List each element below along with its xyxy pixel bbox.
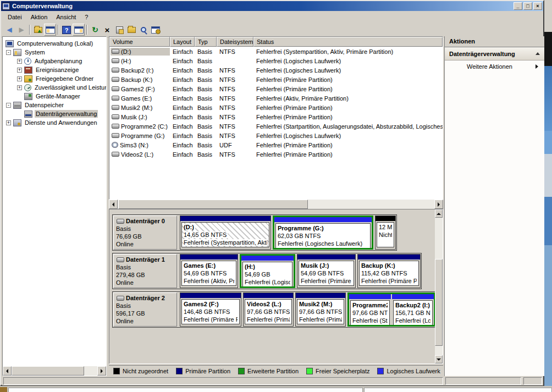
expand-expander-icon[interactable]: + bbox=[17, 59, 22, 64]
extended-partition-border: Programme2 (C:) 97,66 GB NTFS Fehlerfrei… bbox=[347, 292, 435, 327]
manage-button[interactable] bbox=[150, 24, 162, 36]
volume-row[interactable]: (H:) Einfach Basis Fehlerfrei (Logisches… bbox=[109, 56, 443, 65]
partition-d[interactable]: (D:) 14,65 GB NTFS Fehlerfrei (Systempar… bbox=[180, 216, 271, 250]
close-button[interactable]: × bbox=[533, 2, 542, 10]
logical-drive-band bbox=[274, 217, 372, 222]
logical-drive-band bbox=[241, 256, 294, 261]
volume-row[interactable]: Games (E:) Einfach Basis NTFS Fehlerfrei… bbox=[109, 93, 443, 103]
partition-h[interactable]: (H:) 54,69 GB Fehlerfrei (Logisches Lauf… bbox=[241, 256, 294, 286]
partition-i[interactable]: Backup2 (I:) 156,71 GB NTFS Fehlerfrei (… bbox=[392, 294, 434, 325]
volume-row[interactable]: Videos2 (L:) Einfach Basis NTFS Fehlerfr… bbox=[109, 150, 443, 159]
volume-row[interactable]: (D:) Einfach Basis NTFS Fehlerfrei (Syst… bbox=[109, 47, 443, 56]
disk-view-vscrollbar[interactable] bbox=[435, 209, 443, 363]
action-pane-icon bbox=[74, 26, 84, 34]
tree-item-computerverwaltung[interactable]: Computerverwaltung (Lokal) bbox=[4, 39, 106, 48]
open-button[interactable] bbox=[125, 24, 137, 36]
collapse-section-icon[interactable] bbox=[536, 50, 540, 55]
volume-row[interactable]: Sims3 (N:) Einfach Basis UDF Fehlerfrei … bbox=[109, 140, 443, 150]
partition-k[interactable]: Backup (K:) 115,42 GB NTFS Fehlerfrei (P… bbox=[357, 254, 421, 288]
partition-l[interactable]: Videos2 (L:) 97,66 GB NTFS Fehlerfrei (P… bbox=[243, 292, 294, 327]
scroll-up-icon[interactable] bbox=[435, 209, 443, 218]
tree-item-datentraegerverwaltung[interactable]: Datenträgerverwaltung bbox=[4, 109, 106, 118]
menu-aktion[interactable]: Aktion bbox=[26, 12, 52, 22]
column-volume[interactable]: Volume bbox=[109, 37, 170, 47]
drive-icon bbox=[112, 105, 119, 110]
tree-hscrollbar[interactable] bbox=[3, 366, 106, 376]
menu-hilfe[interactable]: ? bbox=[80, 12, 92, 22]
properties-button[interactable] bbox=[113, 24, 125, 36]
scroll-thumb[interactable] bbox=[118, 200, 308, 209]
up-level-button[interactable] bbox=[32, 24, 44, 36]
disk0-label[interactable]: Datenträger 0 Basis 76,69 GB Online bbox=[113, 216, 177, 250]
expand-expander-icon[interactable]: + bbox=[17, 85, 22, 90]
scroll-thumb[interactable] bbox=[435, 259, 443, 346]
tree-item-freigegebene-ordner[interactable]: + Freigegebene Ordner bbox=[4, 74, 106, 83]
tree-item-datenspeicher[interactable]: - Datenspeicher bbox=[4, 101, 106, 109]
volume-row[interactable]: Musik2 (M:) Einfach Basis NTFS Fehlerfre… bbox=[109, 103, 443, 112]
column-layout[interactable]: Layout bbox=[170, 37, 195, 47]
column-typ[interactable]: Typ bbox=[195, 37, 217, 47]
help-icon: ? bbox=[62, 26, 71, 34]
collapse-expander-icon[interactable]: - bbox=[6, 50, 11, 55]
refresh-button[interactable]: ↻ bbox=[89, 24, 101, 36]
title-bar[interactable]: Computerverwaltung _ □ × bbox=[1, 1, 543, 11]
menu-datei[interactable]: Datei bbox=[3, 12, 26, 22]
partition-m[interactable]: Musik2 (M:) 97,66 GB NTFS Fehlerfrei (Pr… bbox=[295, 292, 346, 327]
column-status[interactable]: Status bbox=[253, 37, 443, 47]
disk-row-1: Datenträger 1 Basis 279,48 GB Online Gam… bbox=[112, 253, 422, 289]
forward-button[interactable]: ▶ bbox=[15, 24, 27, 36]
back-button[interactable]: ◀ bbox=[3, 24, 15, 36]
disc-icon bbox=[112, 142, 118, 148]
computer-management-window: Computerverwaltung _ □ × Datei Aktion An… bbox=[0, 0, 544, 386]
weitere-aktionen-item[interactable]: Weitere Aktionen bbox=[445, 60, 544, 73]
back-icon: ◀ bbox=[7, 26, 12, 34]
volume-row[interactable]: Musik (J:) Einfach Basis NTFS Fehlerfrei… bbox=[109, 112, 443, 122]
volume-row[interactable]: Backup (K:) Einfach Basis NTFS Fehlerfre… bbox=[109, 75, 443, 84]
scroll-thumb[interactable] bbox=[12, 366, 84, 376]
volume-row[interactable]: Programme2 (C:) Einfach Basis NTFS Fehle… bbox=[109, 122, 443, 131]
tree-item-dienste[interactable]: + Dienste und Anwendungen bbox=[4, 118, 106, 127]
expand-expander-icon[interactable]: + bbox=[17, 76, 22, 81]
expand-expander-icon[interactable]: + bbox=[6, 120, 11, 125]
scroll-right-icon[interactable] bbox=[434, 200, 443, 209]
find-button[interactable] bbox=[137, 24, 150, 36]
volume-row[interactable]: Backup2 (I:) Einfach Basis NTFS Fehlerfr… bbox=[109, 65, 443, 75]
menu-ansicht[interactable]: Ansicht bbox=[52, 12, 80, 22]
tree-item-ereignisanzeige[interactable]: + Ereignisanzeige bbox=[4, 65, 106, 74]
search-icon bbox=[141, 27, 146, 32]
volume-list-hscrollbar[interactable] bbox=[109, 200, 443, 209]
partition-unallocated[interactable]: 12 MB Nicht zugeordnet bbox=[375, 216, 396, 250]
volume-row[interactable]: Programme (G:) Einfach Basis NTFS Fehler… bbox=[109, 131, 443, 140]
partition-f[interactable]: Games2 (F:) 146,48 GB NTFS Fehlerfrei (P… bbox=[180, 292, 241, 327]
minimize-button[interactable]: _ bbox=[514, 2, 522, 10]
maximize-button[interactable]: □ bbox=[523, 2, 532, 10]
help-button[interactable]: ? bbox=[60, 24, 73, 36]
delete-button[interactable]: × bbox=[101, 24, 113, 36]
show-hide-action-pane-button[interactable] bbox=[73, 24, 85, 36]
tree-item-zuverlaessigkeit[interactable]: + Zuverlässigkeit und Leistung bbox=[4, 83, 106, 92]
actions-section-datentraegerverwaltung[interactable]: Datenträgerverwaltung bbox=[445, 47, 544, 60]
disk1-label[interactable]: Datenträger 1 Basis 279,48 GB Online bbox=[113, 254, 177, 288]
partition-g[interactable]: Programme (G:) 62,03 GB NTFS Fehlerfrei … bbox=[274, 217, 372, 248]
partition-e[interactable]: Games (E:) 54,69 GB NTFS Fehlerfrei (Akt… bbox=[180, 254, 238, 288]
partition-legend: Nicht zugeordnet Primäre Partition Erwei… bbox=[109, 365, 443, 376]
collapse-expander-icon[interactable]: - bbox=[6, 103, 11, 108]
scroll-down-icon[interactable] bbox=[435, 355, 443, 363]
window-title: Computerverwaltung bbox=[12, 3, 512, 9]
volume-row[interactable]: Games2 (F:) Einfach Basis NTFS Fehlerfre… bbox=[109, 84, 443, 93]
expand-expander-icon[interactable]: + bbox=[17, 68, 22, 73]
tree-item-aufgabenplanung[interactable]: + Aufgabenplanung bbox=[4, 57, 106, 65]
partition-j[interactable]: Musik (J:) 54,69 GB NTFS Fehlerfrei (Pri… bbox=[297, 254, 356, 288]
partition-c[interactable]: Programme2 (C:) 97,66 GB NTFS Fehlerfrei… bbox=[349, 294, 391, 325]
scroll-right-icon[interactable] bbox=[97, 366, 106, 376]
column-dateisystem[interactable]: Dateisystem bbox=[217, 37, 253, 47]
show-hide-console-tree-button[interactable] bbox=[44, 24, 56, 36]
refresh-icon: ↻ bbox=[92, 25, 98, 34]
scroll-left-icon[interactable] bbox=[3, 366, 12, 376]
tree-item-geraete-manager[interactable]: Geräte-Manager bbox=[4, 92, 106, 101]
scroll-left-icon[interactable] bbox=[109, 200, 118, 209]
disk2-label[interactable]: Datenträger 2 Basis 596,17 GB Online bbox=[113, 292, 177, 327]
disk-row-0: Datenträger 0 Basis 76,69 GB Online (D:)… bbox=[112, 214, 397, 251]
tree-item-system[interactable]: - System bbox=[4, 48, 106, 57]
up-level-icon bbox=[34, 27, 42, 33]
